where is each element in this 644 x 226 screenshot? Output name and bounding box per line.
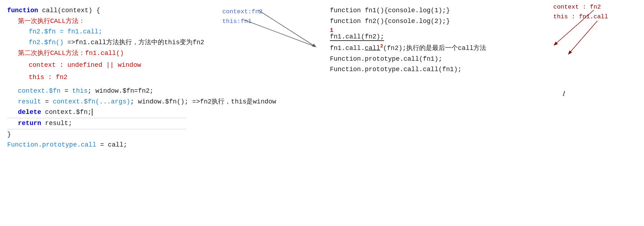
- right-line-2: function fn2(){console.log(2);}: [330, 16, 637, 27]
- code-context-sfn: context.$fn: [18, 87, 61, 94]
- code-line-9: result = context.$fn(...args); window.$f…: [18, 97, 215, 107]
- middle-annotations: context:fn2 this:fn1: [222, 8, 330, 25]
- code-line-5: 第二次执行CALL方法：fn1.call(): [18, 48, 215, 59]
- code-this: this: [72, 87, 87, 94]
- right-line-6: Function.prototype.call.call(fn1);: [330, 64, 637, 75]
- comment-first-call: 第一次执行CALL方法：: [18, 18, 85, 25]
- context-undefined: context : undefined || window: [29, 61, 141, 69]
- code-text-1: call(context) {: [38, 7, 100, 14]
- right-panel: context : fn2 this : fn1.call function f…: [330, 4, 637, 222]
- code-fn2-sfn-call: fn2.$fn(): [29, 39, 63, 46]
- code-line-10: delete context.$fn;: [18, 107, 215, 118]
- code-context-call: context.$fn(...args): [53, 98, 130, 105]
- comment-second-call: 第二次执行CALL方法：fn1.call(): [18, 50, 124, 57]
- left-panel: function call(context) { 第一次执行CALL方法： fn…: [7, 4, 215, 222]
- code-delete-rest: context.$fn;: [41, 109, 91, 116]
- code-return-rest: result;: [41, 120, 72, 127]
- right-line-4: fn1.call.call2(fn2);执行的是最后一个call方法: [330, 42, 637, 54]
- code-eq: =: [61, 87, 72, 94]
- right-fn2-code: function fn2(){console.log(2);}: [330, 18, 450, 25]
- spacer-1: [330, 27, 637, 32]
- code-line-4: fn2.$fn() =>fn1.call方法执行，方法中的this变为fn2: [29, 37, 215, 48]
- right-fn1-call-rest: (fn2);执行的是最后一个call方法: [383, 45, 486, 52]
- code-comment-4: =>fn1.call方法执行，方法中的this变为fn2: [63, 39, 204, 46]
- right-call-underline: call: [365, 45, 380, 52]
- keyword-delete: delete: [18, 109, 41, 116]
- code-line-1: function call(context) {: [7, 5, 215, 16]
- text-cursor-indicator: 𝐼: [563, 90, 565, 98]
- right-prototype-call-call-fn1: Function.prototype.call.call(fn1);: [330, 66, 461, 73]
- right-fn1-code: function fn1(){console.log(1);}: [330, 7, 450, 14]
- code-result: result: [18, 98, 41, 105]
- code-line-12: }: [7, 129, 215, 140]
- code-line-3: fn2.$fn = fn1.call;: [29, 27, 215, 37]
- function-prototype-call: Function.prototype.call: [7, 141, 96, 148]
- keyword-function: function: [7, 7, 38, 14]
- right-fn1-call-pre: fn1.call.: [330, 45, 365, 52]
- code-line-6: context : undefined || window: [29, 60, 215, 71]
- code-assign-call: = call;: [96, 141, 127, 148]
- text-cursor: [92, 109, 93, 116]
- right-line-5: Function.prototype.call(fn1);: [330, 54, 637, 65]
- code-fn2-sfn: fn2.$fn = fn1.call;: [29, 28, 102, 35]
- code-line-13: Function.prototype.call = call;: [7, 140, 215, 151]
- right-code-block: function fn1(){console.log(1);} function…: [330, 5, 637, 75]
- code-eq2: =: [41, 98, 53, 105]
- middle-panel: context:fn2 this:fn1: [215, 4, 330, 222]
- closing-brace: }: [7, 131, 11, 138]
- code-semicolon: ; window.$fn=fn2;: [87, 87, 153, 94]
- separator-region: delete context.$fn;: [7, 107, 215, 118]
- this-fn2: this : fn2: [29, 74, 67, 81]
- code-line-7: this : fn2: [29, 72, 215, 83]
- right-fn1-call-fn2: fn1.call(fn2);: [330, 33, 384, 41]
- right-line-3: 1 fn1.call(fn2);: [330, 32, 637, 42]
- annotation-context-fn2: context:fn2: [222, 8, 330, 15]
- main-container: function call(context) { 第一次执行CALL方法： fn…: [0, 0, 644, 226]
- superscript-1: 1: [330, 26, 333, 35]
- code-line-2: 第一次执行CALL方法：: [18, 16, 215, 27]
- right-line-1: function fn1(){console.log(1);}: [330, 5, 637, 16]
- code-line-8: context.$fn = this; window.$fn=fn2;: [18, 86, 215, 97]
- annotation-this-fn1: this:fn1: [222, 18, 330, 25]
- keyword-return: return: [18, 120, 41, 127]
- code-line-11: return result;: [18, 118, 215, 129]
- right-prototype-call-fn1: Function.prototype.call(fn1);: [330, 55, 442, 63]
